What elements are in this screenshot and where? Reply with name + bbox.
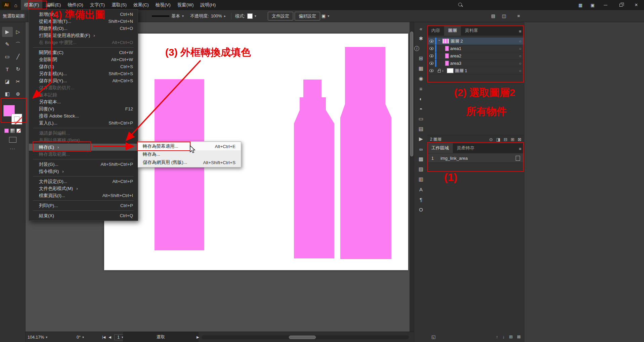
horizontal-scrollbar-thumb[interactable]	[289, 336, 316, 339]
file-menu-item[interactable]: 回復(V) F12	[29, 105, 138, 112]
file-menu-item[interactable]: 指令檔(R) ›	[29, 168, 138, 175]
panel-menu-icon[interactable]: ≡	[519, 29, 521, 34]
gear-icon[interactable]: ✱	[414, 34, 428, 44]
file-menu-item[interactable]	[33, 176, 134, 177]
file-menu-item[interactable]	[33, 47, 134, 48]
new-sublayer-icon[interactable]: ⊟	[504, 137, 507, 142]
file-menu-item[interactable]	[33, 200, 134, 201]
file-menu-item[interactable]: 在 Bridge 中瀏覽... Alt+Ctrl+O	[29, 39, 138, 46]
file-menu-item[interactable]: 儲存拷貝(Y)... Alt+Ctrl+S	[29, 77, 138, 84]
draw-mode-button[interactable]	[9, 137, 16, 143]
actions-icon[interactable]: ▶	[414, 134, 428, 144]
style-swatch[interactable]	[247, 13, 253, 19]
layer-row[interactable]: › area2 ○	[427, 52, 524, 60]
resize-corner-icon[interactable]: ◱	[431, 334, 435, 339]
pathfinder-icon[interactable]: ▦	[414, 63, 428, 74]
export-submenu-item[interactable]: 轉存為...	[138, 150, 241, 158]
file-menu-item[interactable]: 轉存(E) ›	[29, 144, 138, 151]
align-icon[interactable]: ▤	[414, 124, 428, 134]
export-submenu-item[interactable]: 儲存為網頁用 (舊版)... Alt+Shift+Ctrl+S	[138, 158, 241, 166]
document-setup-button[interactable]: 文件設定	[268, 12, 293, 20]
visibility-eye-icon[interactable]	[429, 40, 434, 43]
rotation-control[interactable]: 0° ▾	[77, 332, 84, 342]
paragraph-icon[interactable]: ¶	[414, 194, 428, 204]
file-menu-item[interactable]: 另存新檔(A)... Shift+Ctrl+S	[29, 70, 138, 77]
file-menu-item[interactable]: 共用以供審核 (Beta)...	[29, 137, 138, 144]
transform-icon[interactable]: ⊞	[414, 53, 428, 63]
file-menu-item[interactable]: 封裝(G)... Alt+Shift+Ctrl+P	[29, 161, 138, 168]
menu-item[interactable]: 效果(C)	[130, 0, 152, 10]
collapse-panel-icon[interactable]: «	[414, 23, 428, 34]
links-icon[interactable]: ∞	[414, 144, 428, 154]
layer-row[interactable]: › area3 ○	[427, 60, 524, 67]
control-bar-menu-icon[interactable]: ≡	[517, 10, 520, 22]
zoom-control[interactable]: 104.17% ▾	[28, 332, 47, 342]
artboard-row[interactable]: 1 img_link_area	[427, 154, 524, 163]
menu-item[interactable]: 選取(S)	[108, 0, 130, 10]
home-icon[interactable]: ⌂	[11, 2, 21, 8]
menu-item[interactable]: 視窗(W)	[174, 0, 197, 10]
previous-artboard-button[interactable]: ◀	[109, 335, 111, 339]
panel-tab[interactable]: 資料庫	[461, 26, 482, 36]
target-circle-icon[interactable]: ○	[519, 39, 521, 44]
expand-chevron-icon[interactable]: ›	[442, 68, 445, 73]
file-menu-item[interactable]: 從範本新增(T)... Shift+Ctrl+N	[29, 18, 138, 25]
layer-row[interactable]: › area1 ○	[427, 45, 524, 52]
menu-item[interactable]: 文字(T)	[87, 0, 108, 10]
lock-icon[interactable]	[438, 70, 441, 72]
artboards-icon[interactable]: ▭	[414, 114, 428, 124]
brush-definition-select[interactable]: 基本 ▾	[152, 10, 184, 22]
file-menu-item[interactable]: 開啟舊檔(O)... Ctrl+O	[29, 25, 138, 32]
make-clip-mask-icon[interactable]: ◨	[496, 137, 500, 142]
target-circle-icon[interactable]: ○	[519, 61, 521, 66]
move-down-icon[interactable]: ↓	[503, 334, 505, 339]
target-circle-icon[interactable]: ○	[519, 68, 521, 73]
panel-menu-icon[interactable]: ≡	[519, 146, 521, 151]
restore-button[interactable]	[613, 0, 629, 10]
file-menu-item[interactable]: 版本記錄	[29, 91, 138, 98]
info-icon[interactable]: i	[414, 46, 419, 51]
opacity-value[interactable]: 100%	[211, 13, 222, 18]
stroke-icon[interactable]: ≡	[414, 84, 428, 94]
arrange-documents-icon[interactable]: ▤	[491, 10, 495, 22]
move-up-icon[interactable]: ↑	[496, 334, 498, 339]
character-icon[interactable]: A	[414, 184, 428, 194]
line-segment-tool[interactable]: ╱	[13, 52, 24, 62]
search-icon[interactable]	[458, 3, 463, 7]
visibility-eye-icon[interactable]	[429, 54, 434, 57]
menu-item[interactable]: 物件(O)	[64, 0, 87, 10]
file-menu-item[interactable]: 儲存選取的切片...	[29, 84, 138, 91]
gradient-tool[interactable]: ◧	[2, 89, 13, 99]
panel-tab[interactable]: 圖層	[444, 26, 461, 36]
zoom-tool[interactable]: ⊕	[13, 89, 24, 99]
file-menu-item[interactable]: 文件設定(D)... Alt+Ctrl+P	[29, 178, 138, 185]
file-menu-item[interactable]	[33, 159, 134, 159]
file-menu-item[interactable]: 打開最近使用過的檔案(F) ›	[29, 32, 138, 39]
panel-tab[interactable]: 工作區域	[427, 143, 453, 153]
file-menu-item[interactable]: 轉存選取範圍...	[29, 151, 138, 158]
panel-layout-icon[interactable]: ▣	[587, 0, 598, 10]
opacity-control[interactable]: 不透明度: 100% ▸	[190, 10, 226, 22]
swatches-icon[interactable]: ▨	[414, 164, 428, 174]
new-artboard-icon[interactable]: ⊞	[509, 334, 513, 339]
workspace-switcher-icon[interactable]: ▦	[575, 0, 586, 10]
visibility-eye-icon[interactable]	[429, 47, 434, 50]
menu-item[interactable]: 檢視(V)	[152, 0, 174, 10]
appearance-icon[interactable]: ◉	[414, 74, 428, 84]
columns-icon[interactable]: ▥	[414, 174, 428, 184]
opentype-icon[interactable]: O	[414, 204, 428, 214]
file-menu-item[interactable]	[33, 128, 134, 128]
locate-object-icon[interactable]: ⊙	[489, 137, 493, 142]
target-circle-icon[interactable]: ○	[519, 46, 521, 51]
file-menu-item[interactable]: 置入(L)... Shift+Ctrl+P	[29, 119, 138, 127]
gradient-button[interactable]	[10, 129, 15, 133]
eraser-tool[interactable]: ◪	[2, 77, 13, 87]
delete-layer-icon[interactable]: ⊠	[518, 137, 521, 142]
more-tools-button[interactable]: ···	[0, 146, 25, 151]
file-menu-item[interactable]: 邀請參與編輯...	[29, 130, 138, 137]
visibility-eye-icon[interactable]	[429, 69, 434, 72]
file-menu-item[interactable]: 新增(N)... Ctrl+N	[29, 11, 138, 18]
expand-chevron-icon[interactable]: ›	[437, 40, 442, 43]
rectangle-tool[interactable]: ▭	[2, 52, 13, 62]
image-trace-icon[interactable]: ▩	[414, 154, 428, 164]
